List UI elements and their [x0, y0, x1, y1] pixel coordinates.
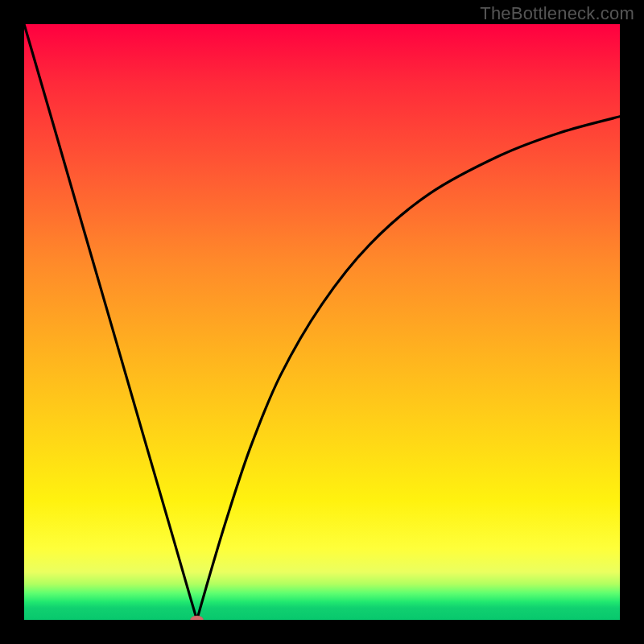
plot-area [24, 24, 620, 620]
bottleneck-curve [24, 24, 620, 620]
minimum-marker [191, 616, 204, 620]
watermark-text: TheBottleneck.com [480, 3, 634, 24]
chart-frame: TheBottleneck.com [0, 0, 644, 644]
curve-layer [24, 24, 620, 620]
